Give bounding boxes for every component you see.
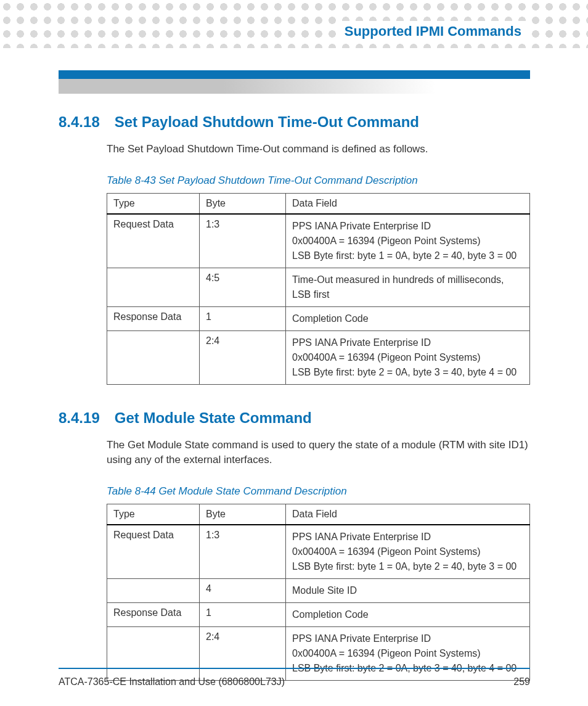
section-title: Get Module State Command [115, 409, 312, 427]
cell-data: PPS IANA Private Enterprise ID 0x00400A … [286, 525, 530, 579]
cell-line: Module Site ID [292, 583, 523, 598]
header-blue-bar [59, 70, 530, 79]
cell-type: Request Data [107, 525, 200, 579]
cell-data: PPS IANA Private Enterprise ID 0x00400A … [286, 626, 530, 680]
col-header-data: Data Field [286, 504, 530, 525]
cell-data: PPS IANA Private Enterprise ID 0x00400A … [286, 214, 530, 268]
table-8-43: Type Byte Data Field Request Data 1:3 PP… [107, 193, 530, 385]
section-number: 8.4.19 [59, 409, 100, 427]
section-heading-8-4-19: 8.4.19 Get Module State Command [59, 409, 530, 427]
cell-line: 0x00400A = 16394 (Pigeon Point Systems) [292, 544, 523, 559]
section-intro: The Set Payload Shutdown Time-Out comman… [107, 142, 530, 157]
table-caption-8-44: Table 8-44 Get Module State Command Desc… [107, 485, 530, 498]
cell-line: LSB Byte first: byte 2 = 0A, byte 3 = 40… [292, 365, 523, 380]
section-heading-8-4-18: 8.4.18 Set Payload Shutdown Time-Out Com… [59, 113, 530, 131]
page-footer: ATCA-7365-CE Installation and Use (68068… [59, 676, 530, 688]
header-gray-fade [59, 79, 530, 94]
section-number: 8.4.18 [59, 113, 100, 131]
cell-type: Response Data [107, 306, 200, 330]
cell-data: Module Site ID [286, 578, 530, 602]
cell-byte: 1 [200, 602, 286, 626]
table-header-row: Type Byte Data Field [107, 504, 530, 525]
cell-line: 0x00400A = 16394 (Pigeon Point Systems) [292, 350, 523, 365]
table-header-row: Type Byte Data Field [107, 193, 530, 214]
cell-line: Completion Code [292, 311, 523, 326]
cell-line: Completion Code [292, 607, 523, 622]
table-row: 2:4 PPS IANA Private Enterprise ID 0x004… [107, 330, 530, 384]
table-row: Response Data 1 Completion Code [107, 602, 530, 626]
footer-page-number: 259 [513, 676, 530, 688]
cell-data: Completion Code [286, 602, 530, 626]
col-header-type: Type [107, 193, 200, 214]
col-header-byte: Byte [200, 193, 286, 214]
section-title: Set Payload Shutdown Time-Out Command [115, 113, 419, 131]
cell-line: PPS IANA Private Enterprise ID [292, 631, 523, 646]
table-row: 4:5 Time-Out measured in hundreds of mil… [107, 268, 530, 306]
cell-line: 0x00400A = 16394 (Pigeon Point Systems) [292, 234, 523, 248]
cell-byte: 2:4 [200, 626, 286, 680]
table-8-44: Type Byte Data Field Request Data 1:3 PP… [107, 504, 530, 681]
table-row: Request Data 1:3 PPS IANA Private Enterp… [107, 214, 530, 268]
cell-byte: 1 [200, 306, 286, 330]
cell-line: PPS IANA Private Enterprise ID [292, 530, 523, 544]
cell-line: Time-Out measured in hundreds of millise… [292, 273, 523, 302]
page-content: 8.4.18 Set Payload Shutdown Time-Out Com… [59, 113, 530, 705]
cell-data: Time-Out measured in hundreds of millise… [286, 268, 530, 306]
cell-line: PPS IANA Private Enterprise ID [292, 219, 523, 234]
table-row: Response Data 1 Completion Code [107, 306, 530, 330]
cell-line: 0x00400A = 16394 (Pigeon Point Systems) [292, 646, 523, 661]
col-header-type: Type [107, 504, 200, 525]
cell-byte: 1:3 [200, 525, 286, 579]
col-header-data: Data Field [286, 193, 530, 214]
cell-byte: 4 [200, 578, 286, 602]
table-row: 2:4 PPS IANA Private Enterprise ID 0x004… [107, 626, 530, 680]
cell-type [107, 626, 200, 680]
cell-data: PPS IANA Private Enterprise ID 0x00400A … [286, 330, 530, 384]
cell-type [107, 268, 200, 306]
cell-line: PPS IANA Private Enterprise ID [292, 335, 523, 350]
section-intro: The Get Module State command is used to … [107, 438, 530, 468]
cell-type: Request Data [107, 214, 200, 268]
footer-doc-title: ATCA-7365-CE Installation and Use (68068… [59, 676, 285, 688]
col-header-byte: Byte [200, 504, 286, 525]
table-row: 4 Module Site ID [107, 578, 530, 602]
cell-byte: 2:4 [200, 330, 286, 384]
cell-type [107, 578, 200, 602]
page-header-title: Supported IPMI Commands [338, 21, 528, 42]
cell-type: Response Data [107, 602, 200, 626]
cell-line: LSB Byte first: byte 1 = 0A, byte 2 = 40… [292, 559, 523, 574]
cell-type [107, 330, 200, 384]
table-row: Request Data 1:3 PPS IANA Private Enterp… [107, 525, 530, 579]
footer-divider [59, 668, 530, 669]
cell-byte: 4:5 [200, 268, 286, 306]
cell-byte: 1:3 [200, 214, 286, 268]
cell-data: Completion Code [286, 306, 530, 330]
cell-line: LSB Byte first: byte 1 = 0A, byte 2 = 40… [292, 248, 523, 263]
table-caption-8-43: Table 8-43 Set Payload Shutdown Time-Out… [107, 174, 530, 187]
